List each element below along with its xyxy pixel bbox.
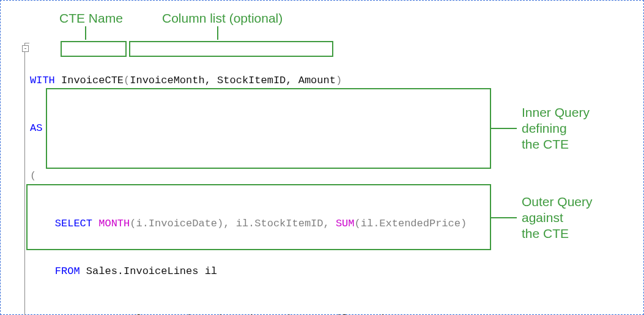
code-line: INNER JOIN sales.Invoices i ON i.Invoice… <box>30 311 635 315</box>
sql-code: WITH InvoiceCTE(InvoiceMonth, StockItemI… <box>30 41 635 315</box>
code-line: ( <box>30 168 635 184</box>
label-outer-query: Outer Query against the CTE <box>522 194 593 242</box>
connector-line <box>491 128 517 129</box>
label-inner-query: Inner Query defining the CTE <box>522 105 590 152</box>
connector-line <box>491 217 517 218</box>
diagram-canvas: CTE Name Column list (optional) - WITH I… <box>0 0 644 315</box>
connector-line <box>85 26 86 40</box>
collapse-icon[interactable]: - <box>22 45 29 52</box>
label-cte-name: CTE Name <box>59 10 123 26</box>
connector-line <box>217 26 218 40</box>
fold-gutter: - <box>21 41 30 315</box>
top-labels: CTE Name Column list (optional) <box>21 9 635 41</box>
code-line: WITH InvoiceCTE(InvoiceMonth, StockItemI… <box>30 73 635 89</box>
label-column-list: Column list (optional) <box>162 10 283 26</box>
code-area: - WITH InvoiceCTE(InvoiceMonth, StockIte… <box>21 41 635 315</box>
code-line: FROM Sales.InvoiceLines il <box>30 264 635 280</box>
